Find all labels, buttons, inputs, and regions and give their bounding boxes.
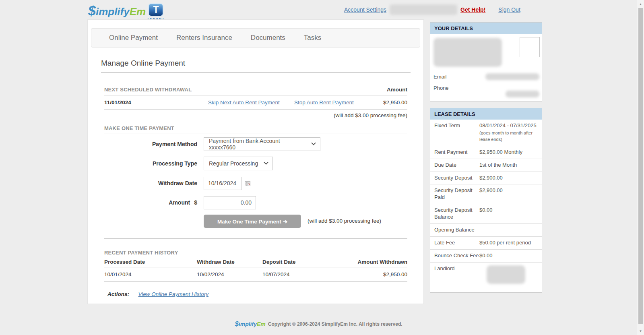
sign-out-link[interactable]: Sign Out [498,6,520,13]
phone-label: Phone [433,85,449,91]
next-withdrawal-date: 11/01/2024 [104,95,131,110]
lease-details-heading: LEASE DETAILS [430,108,542,120]
footer: $implifyEm Copyright © 2006-2024 Simplif… [0,320,637,328]
processing-type-selected-value: Regular Processing [209,160,258,167]
redacted-tenant-name-address [433,38,502,67]
logo-wordmark: $implifyEm [88,2,146,20]
tab-online-payment[interactable]: Online Payment [109,34,158,42]
amount-label: Amount $ [104,199,197,206]
actions-label: Actions: [107,291,129,297]
your-details-heading: YOUR DETAILS [430,23,542,34]
logo-dollar-s: $ [88,3,96,18]
history-amount-withdrawn: $2,950.00 [383,267,407,281]
history-heading: RECENT PAYMENT HISTORY [104,249,407,256]
lease-row-landlord: Landlord [430,263,542,303]
col-withdraw-date: Withdraw Date [197,256,235,267]
your-details-body: Email Phone [430,34,542,101]
actions-row: Actions: View Online Payment History [107,290,208,298]
col-processed-date: Processed Date [104,256,145,267]
divider [433,71,539,71]
next-scheduled-header-row: NEXT SCHEDULED WITHDRAWAL Amount [104,84,407,95]
tenant-badge-icon: T [148,3,163,17]
withdraw-date-row: Withdraw Date [88,176,424,190]
view-online-payment-history-link[interactable]: View Online Payment History [138,291,208,297]
divider [101,72,411,73]
tenant-badge: T TENANT [147,3,165,21]
page-title: Manage Online Payment [101,59,185,68]
logo-em: Em [130,6,146,18]
your-details-panel: YOUR DETAILS Email Phone [430,22,542,101]
divider [104,238,407,239]
history-header-row: Processed Date Withdraw Date Deposit Dat… [104,256,407,267]
tab-bar: Online Payment Renters Insurance Documen… [91,28,420,48]
copyright-text: Copyright © 2006-2024 SimplifyEm Inc. Al… [268,321,402,327]
payment-method-selected-value: Payment from Bank Account xxxxx7660 [209,138,306,151]
one-time-payment-header-row: MAKE ONE TIME PAYMENT [104,123,407,134]
lease-row-bounce-check-fee: Bounce Check Fee $0.00 [430,250,542,263]
lease-row-due-date: Due Date 1st of the Month [430,159,542,172]
vertical-scrollbar[interactable]: ▲ ▼ [637,0,644,335]
scroll-up-arrow-icon[interactable]: ▲ [637,1,644,7]
redacted-email-value [485,73,539,80]
col-amount-withdrawn: Amount Withdrawn [357,256,407,267]
redacted-landlord-value [487,265,525,284]
get-help-link[interactable]: Get Help! [460,6,485,13]
chevron-down-icon [264,160,268,165]
redacted-user-name [390,4,457,15]
chevron-down-icon [311,141,316,145]
col-deposit-date: Deposit Date [262,256,296,267]
email-label: Email [433,74,447,80]
tenant-photo-placeholder [520,37,540,57]
payment-method-row: Payment Method Payment from Bank Account… [88,137,424,151]
tab-renters-insurance[interactable]: Renters Insurance [176,34,232,42]
lease-row-security-deposit: Security Deposit $2,900.00 [430,172,542,185]
history-table-row: 10/01/2024 10/02/2024 10/07/2024 $2,950.… [104,267,407,282]
calendar-icon[interactable] [245,180,251,186]
amount-row: Amount $ [88,196,424,209]
submit-row: Make One Time Payment ➔ (will add $3.00 … [88,215,424,228]
stop-auto-rent-payment-link[interactable]: Stop Auto Rent Payment [294,99,354,105]
lease-row-security-deposit-paid: Security Deposit Paid $2,900.00 [430,184,542,204]
logo-implify: implify [96,6,130,18]
lease-row-rent-payment: Rent Payment $2,950.00 Monthly [430,146,542,159]
amount-input[interactable] [204,196,256,209]
lease-row-fixed-term: Fixed Term 08/01/2024 - 07/31/2025(goes … [430,120,542,146]
skip-next-auto-rent-payment-link[interactable]: Skip Next Auto Rent Payment [208,99,280,105]
simplifyem-logo[interactable]: $implifyEm T TENANT [88,2,165,21]
tab-documents[interactable]: Documents [251,34,285,42]
history-withdraw-date: 10/02/2024 [197,267,224,281]
top-navigation: Account Settings Get Help! Sign Out [344,4,520,15]
amount-column-header: Amount [387,87,407,93]
account-settings-link[interactable]: Account Settings [344,6,386,13]
processing-type-select[interactable]: Regular Processing [204,157,273,170]
history-processed-date: 10/01/2024 [104,267,132,281]
lease-row-security-deposit-balance: Security Deposit Balance $0.00 [430,204,542,224]
fixed-term-value: 08/01/2024 - 07/31/2025 [479,122,537,128]
next-scheduled-row: 11/01/2024 Skip Next Auto Rent Payment S… [104,95,407,110]
processing-type-row: Processing Type Regular Processing [88,157,424,170]
one-time-payment-heading: MAKE ONE TIME PAYMENT [104,125,174,131]
next-scheduled-heading: NEXT SCHEDULED WITHDRAWAL [104,87,192,93]
payment-method-select[interactable]: Payment from Bank Account xxxxx7660 [204,137,320,151]
footer-logo: $implifyEm [235,320,265,328]
withdraw-date-input[interactable] [204,177,242,190]
lease-row-late-fee: Late Fee $50.00 per rent period [430,237,542,250]
next-withdrawal-amount: $2,950.00 [383,95,407,110]
payment-method-label: Payment Method [104,141,197,147]
fixed-term-note: (goes month to month after lease ends) [479,130,538,143]
redacted-phone-value [506,91,539,97]
tab-tasks[interactable]: Tasks [304,34,321,42]
make-one-time-payment-button[interactable]: Make One Time Payment ➔ [204,215,301,228]
auto-payment-fee-note: (will add $3.00 processing fee) [104,112,407,119]
divider [433,82,495,82]
scrollbar-thumb[interactable] [638,8,643,324]
arrow-right-icon: ➔ [283,219,287,225]
currency-symbol: $ [194,199,197,206]
main-content-card: Online Payment Renters Insurance Documen… [87,19,424,304]
scroll-down-arrow-icon[interactable]: ▼ [637,328,644,334]
lease-details-panel: LEASE DETAILS Fixed Term 08/01/2024 - 07… [430,108,542,293]
one-time-fee-note: (will add $3.00 processing fee) [308,218,381,224]
history-deposit-date: 10/07/2024 [262,267,290,281]
processing-type-label: Processing Type [104,160,197,167]
withdraw-date-label: Withdraw Date [104,180,197,186]
